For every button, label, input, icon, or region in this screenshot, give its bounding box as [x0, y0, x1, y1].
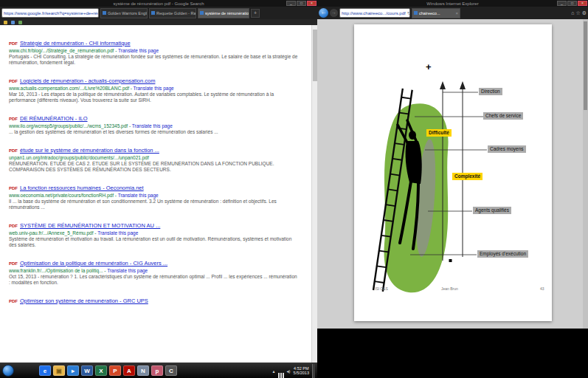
result-title-link[interactable]: Optimisation de la politique de rémunéra…	[20, 260, 167, 267]
axis-label-complexite: Complexité	[452, 173, 482, 180]
tab-close-icon[interactable]: ×	[455, 11, 458, 16]
home-icon[interactable]	[571, 10, 574, 16]
ie-icon[interactable]: e	[39, 365, 51, 376]
browser-window-pdf: Windows Internet Explorer http://www.cha…	[317, 0, 588, 329]
result-url: www.franklin.fr/.../Optimisation de la p…	[9, 268, 107, 273]
result-snippet: RÉMUNÉRATION. ÉTUDE DE CAS 2. ÉTUDE SUR …	[9, 161, 298, 173]
address-text: http://www.chaireeco.../cours.pdf	[342, 11, 406, 16]
result-url: www.oeconomia.net/private/cours/fonction…	[9, 193, 118, 198]
vertical-scrollbar[interactable]	[583, 19, 588, 329]
network-icon[interactable]	[278, 373, 284, 378]
translate-link[interactable]: Translate this page	[118, 193, 159, 198]
result-snippet: Il ... la base du système de rémunératio…	[9, 199, 298, 210]
result-title-link[interactable]: Logiciels de rémunération - actualis-com…	[20, 78, 155, 84]
tab-golden-warriors[interactable]: Golden Warriors English A...	[100, 8, 148, 18]
translate-link[interactable]: Translate this page	[107, 268, 148, 273]
window-title: Windows Internet Explorer	[426, 1, 478, 6]
system-tray: ▴ ◂) 4:52 PM 5/5/2013	[273, 364, 317, 378]
axis-minus-marker	[449, 259, 452, 262]
show-desktop-button[interactable]	[312, 364, 315, 378]
search-result: PDFDE RÉMUNÉRATION - ILO www.ilo.org/wcm…	[9, 115, 305, 135]
tab-label: Golden Warriors English A...	[108, 11, 148, 16]
result-url: www.chi.fr/blog/.../Stratégie_de_rémunér…	[9, 48, 118, 53]
address-bar[interactable]: https://www.google.fr/search?q=système+d…	[1, 8, 99, 18]
tab-requette-golden[interactable]: Requette Golden - Rappo...	[149, 8, 196, 18]
excel-icon[interactable]: X	[95, 365, 107, 376]
translate-link[interactable]: Translate this page	[118, 48, 159, 53]
forward-button[interactable]	[330, 9, 338, 17]
result-title-link[interactable]: Optimiser son système de rémunération - …	[20, 298, 148, 304]
favorites-icon[interactable]	[575, 10, 580, 16]
pdf-tag: PDF	[9, 299, 18, 303]
notepad-icon[interactable]: N	[137, 365, 149, 376]
result-title-link[interactable]: La fonction ressources humaines - Oecono…	[20, 185, 144, 191]
refresh-icon[interactable]	[407, 10, 410, 16]
vertical-scrollbar[interactable]	[311, 25, 317, 362]
search-result: PDFLogiciels de rémunération - actualis-…	[9, 78, 305, 103]
tab-pdf-document[interactable]: chaireeco... ×	[412, 8, 460, 18]
axis-plus-marker: +	[426, 61, 432, 72]
taskbar-clock[interactable]: 4:52 PM 5/5/2013	[294, 366, 309, 375]
result-title-link[interactable]: étude sur le système de rémunération dan…	[20, 147, 159, 154]
pdf-tag: PDF	[9, 261, 18, 266]
maximize-button[interactable]	[297, 1, 306, 6]
search-result: PDFSYSTÈME DE RÉMUNÉRATION ET MOTIVATION…	[9, 222, 305, 248]
paint-icon[interactable]: p	[151, 365, 163, 376]
powerpoint-icon[interactable]: P	[109, 365, 121, 376]
folder-icon[interactable]: ▣	[53, 365, 65, 376]
translate-link[interactable]: Translate this page	[97, 230, 138, 236]
result-snippet: Mar 16, 2013 - Les étapes de la politiqu…	[9, 92, 298, 103]
tab-label: Requette Golden - Rappo...	[156, 11, 196, 16]
pdf-tag: PDF	[9, 117, 18, 121]
level-label-chefs: Chefs de service	[483, 112, 523, 120]
translate-link[interactable]: Translate this page	[134, 86, 174, 91]
new-tab-button[interactable]: +	[251, 9, 260, 18]
close-button[interactable]	[578, 1, 587, 6]
taskbar-pinned-apps: e ▣ ▸ W X P A N p C	[39, 365, 177, 376]
pdf-tag: PDF	[9, 41, 18, 46]
search-result: PDFétude sur le système de rémunération …	[9, 147, 305, 173]
volume-icon[interactable]: ◂)	[287, 368, 291, 374]
search-result: PDFOptimiser son système de rémunération…	[9, 298, 305, 305]
right-titlebar[interactable]: Windows Internet Explorer	[317, 0, 588, 7]
pdf-tag: PDF	[9, 224, 18, 228]
windows-taskbar: e ▣ ▸ W X P A N p C ▴ ◂) 4:52 PM 5/5/201…	[0, 362, 317, 378]
minimize-button[interactable]	[286, 1, 296, 6]
search-results-page: PDFStratégie de rémunération - CHI infor…	[0, 25, 317, 362]
pdf-tag: PDF	[9, 79, 18, 83]
pdf-viewer-area: + Direction Chefs de service Cadres moye…	[317, 19, 588, 329]
result-url: www.actualis-compensation.com/.../Livre%…	[9, 86, 134, 91]
result-title-link[interactable]: SYSTÈME DE RÉMUNÉRATION ET MOTIVATION AU…	[20, 222, 160, 229]
address-bar[interactable]: http://www.chaireeco.../cours.pdf	[339, 8, 410, 18]
slide-footer-author: Jean Brun	[441, 286, 458, 291]
back-button[interactable]	[319, 8, 328, 18]
calculator-icon[interactable]: C	[165, 365, 177, 376]
pdf-tag: PDF	[9, 186, 18, 190]
pdf-slide-page: + Direction Chefs de service Cadres moye…	[354, 24, 552, 321]
result-url: www.ilo.org/wcmsp5/groups/public/.../wcm…	[9, 123, 132, 128]
web-slice-icon[interactable]	[18, 21, 22, 24]
search-result: PDFLa fonction ressources humaines - Oec…	[9, 185, 305, 210]
left-titlebar[interactable]: système de rémunération pdf - Google Sea…	[0, 0, 317, 7]
result-title-link[interactable]: DE RÉMUNÉRATION - ILO	[20, 115, 88, 122]
tray-chevron-icon[interactable]: ▴	[273, 368, 275, 374]
translate-link[interactable]: Translate this page	[132, 123, 173, 128]
close-button[interactable]	[307, 1, 317, 6]
acrobat-icon[interactable]: A	[123, 365, 135, 376]
maximize-button[interactable]	[567, 1, 577, 6]
pdf-tag: PDF	[9, 148, 18, 153]
suggested-sites-icon[interactable]	[11, 21, 15, 24]
scrollbar-thumb[interactable]	[584, 21, 587, 110]
minimize-button[interactable]	[557, 1, 567, 6]
start-button[interactable]	[2, 365, 14, 377]
media-player-icon[interactable]: ▸	[67, 365, 79, 376]
level-label-direction: Direction	[479, 88, 502, 95]
result-snippet: ... la gestion des systèmes de rémunérat…	[9, 129, 298, 135]
word-icon[interactable]: W	[81, 365, 93, 376]
tab-favicon	[103, 11, 106, 15]
tab-systeme-remuneration[interactable]: système de rémunératio... ×	[198, 8, 249, 18]
tab-favicon	[151, 11, 155, 15]
tools-gear-icon[interactable]	[582, 10, 587, 16]
result-title-link[interactable]: Stratégie de rémunération - CHI informat…	[20, 40, 131, 47]
favorites-star-icon[interactable]	[4, 21, 7, 24]
